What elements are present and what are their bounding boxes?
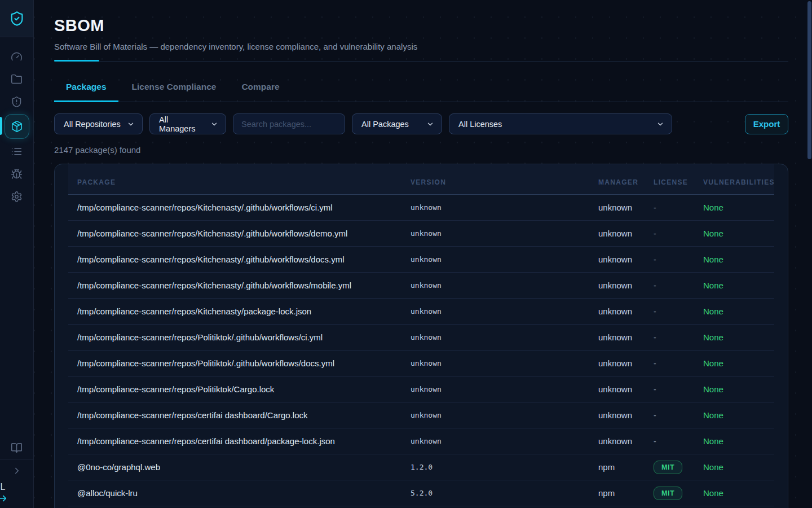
manager-cell: unknown: [589, 247, 645, 273]
version-cell: unknown: [401, 325, 589, 351]
page-subtitle: Software Bill of Materials — dependency …: [54, 42, 788, 51]
manager-cell: npm: [589, 454, 645, 480]
results-count: 2147 package(s) found: [54, 145, 788, 155]
table-row: /tmp/compliance-scanner/repos/Kitchenast…: [68, 273, 774, 299]
app-logo[interactable]: [0, 0, 33, 37]
packages-select[interactable]: All Packages: [352, 113, 442, 134]
tab-license-compliance[interactable]: License Compliance: [120, 74, 228, 102]
license-cell: MIT: [645, 480, 694, 506]
managers-select-value: All Managers: [159, 115, 205, 133]
vertical-scrollbar-thumb[interactable]: [807, 1, 811, 159]
main-content: SBOM Software Bill of Materials — depend…: [34, 0, 812, 508]
package-cell: /tmp/compliance-scanner/repos/Politiktok…: [68, 325, 401, 351]
packages-table: Package Version Manager License Vulnerab…: [68, 164, 774, 506]
vulnerabilities-cell: None: [694, 454, 774, 480]
table-row: /tmp/compliance-scanner/repos/Kitchenast…: [68, 247, 774, 273]
sidebar-item-sbom[interactable]: [0, 113, 34, 140]
table-row: @alloc/quick-lru 5.2.0 npm MIT None: [68, 480, 774, 506]
page-title: SBOM: [54, 16, 788, 35]
table-row: /tmp/compliance-scanner/repos/Kitchenast…: [68, 299, 774, 325]
tab-packages[interactable]: Packages: [54, 74, 118, 102]
vulnerabilities-cell: None: [694, 299, 774, 325]
manager-cell: unknown: [589, 351, 645, 376]
license-cell: -: [645, 402, 694, 428]
vulnerabilities-cell: None: [694, 480, 774, 506]
sidebar-item-issues[interactable]: [0, 163, 34, 185]
package-cell: /tmp/compliance-scanner/repos/Politiktok…: [68, 351, 401, 376]
package-cell: /tmp/compliance-scanner/repos/Kitchenast…: [68, 195, 401, 221]
package-cell: @alloc/quick-lru: [68, 480, 401, 506]
sidebar-nav: [0, 45, 33, 208]
table-row: /tmp/compliance-scanner/repos/Politiktok…: [68, 351, 774, 376]
chevron-down-icon: [426, 120, 434, 128]
search-input[interactable]: [233, 113, 345, 134]
vulnerabilities-cell: None: [694, 325, 774, 351]
package-table-body: /tmp/compliance-scanner/repos/Kitchenast…: [68, 195, 774, 506]
column-header-vulnerabilities: Vulnerabilities: [694, 164, 774, 195]
book-open-icon: [11, 442, 23, 454]
folder-icon: [11, 73, 23, 85]
table-row: /tmp/compliance-scanner/repos/certifai d…: [68, 428, 774, 454]
vulnerabilities-cell: None: [694, 376, 774, 402]
license-cell: -: [645, 195, 694, 221]
sidebar-item-docs[interactable]: [0, 436, 34, 459]
version-cell: unknown: [401, 428, 589, 454]
version-cell: unknown: [401, 402, 589, 428]
vulnerabilities-cell: None: [694, 195, 774, 221]
manager-cell: unknown: [589, 376, 645, 402]
bug-icon: [11, 168, 23, 180]
packages-select-value: All Packages: [361, 120, 409, 129]
repositories-select-value: All Repositories: [64, 120, 121, 129]
package-cell: /tmp/compliance-scanner/repos/Kitchenast…: [68, 299, 401, 325]
vulnerabilities-cell: None: [694, 402, 774, 428]
tab-compare[interactable]: Compare: [230, 74, 291, 102]
license-cell: -: [645, 376, 694, 402]
active-indicator-bar: [0, 117, 2, 135]
vulnerabilities-cell: None: [694, 428, 774, 454]
version-cell: unknown: [401, 221, 589, 247]
version-cell: 5.2.0: [401, 480, 589, 506]
table-row: /tmp/compliance-scanner/repos/certifai d…: [68, 402, 774, 428]
version-cell: unknown: [401, 247, 589, 273]
gauge-icon: [11, 51, 23, 63]
sidebar-item-policies[interactable]: [0, 140, 34, 163]
manager-cell: unknown: [589, 428, 645, 454]
sidebar-item-repositories[interactable]: [0, 68, 34, 90]
app-root: L SBOM Software Bill of Materials — depe…: [0, 0, 812, 508]
table-row: /tmp/compliance-scanner/repos/Politiktok…: [68, 376, 774, 402]
package-cell: /tmp/compliance-scanner/repos/Kitchenast…: [68, 221, 401, 247]
manager-cell: unknown: [589, 299, 645, 325]
package-cell: /tmp/compliance-scanner/repos/Kitchenast…: [68, 273, 401, 299]
chevron-down-icon: [127, 120, 135, 128]
chevron-right-icon: [12, 466, 22, 476]
sidebar-collapse-toggle[interactable]: [0, 459, 34, 482]
package-cell: /tmp/compliance-scanner/repos/Kitchenast…: [68, 247, 401, 273]
licenses-select[interactable]: All Licenses: [449, 113, 672, 134]
license-cell: MIT: [645, 454, 694, 480]
table-header-row: Package Version Manager License Vulnerab…: [68, 164, 774, 195]
export-button[interactable]: Export: [745, 114, 788, 134]
sidebar-item-vulnerabilities[interactable]: [0, 90, 34, 113]
search-container: [233, 113, 345, 134]
sidebar-item-dashboard[interactable]: [0, 45, 34, 68]
table-row: @0no-co/graphql.web 1.2.0 npm MIT None: [68, 454, 774, 480]
version-cell: unknown: [401, 376, 589, 402]
sidebar: L: [0, 0, 34, 508]
managers-select[interactable]: All Managers: [149, 113, 226, 134]
chevron-down-icon: [656, 120, 664, 128]
filter-bar: All Repositories All Managers All Packag…: [54, 113, 788, 134]
sidebar-item-settings[interactable]: [0, 185, 34, 208]
sidebar-bottom: L: [0, 436, 33, 508]
license-cell: -: [645, 221, 694, 247]
package-cell: /tmp/compliance-scanner/repos/certifai d…: [68, 402, 401, 428]
table-row: /tmp/compliance-scanner/repos/Politiktok…: [68, 325, 774, 351]
repositories-select[interactable]: All Repositories: [54, 113, 143, 134]
sidebar-clipped-footer: L: [0, 482, 34, 508]
title-divider: [54, 60, 788, 62]
logout-icon[interactable]: [0, 492, 7, 505]
vulnerabilities-cell: None: [694, 247, 774, 273]
manager-cell: npm: [589, 480, 645, 506]
title-accent: [54, 60, 99, 62]
shield-alert-icon: [11, 96, 23, 108]
license-cell: -: [645, 351, 694, 376]
